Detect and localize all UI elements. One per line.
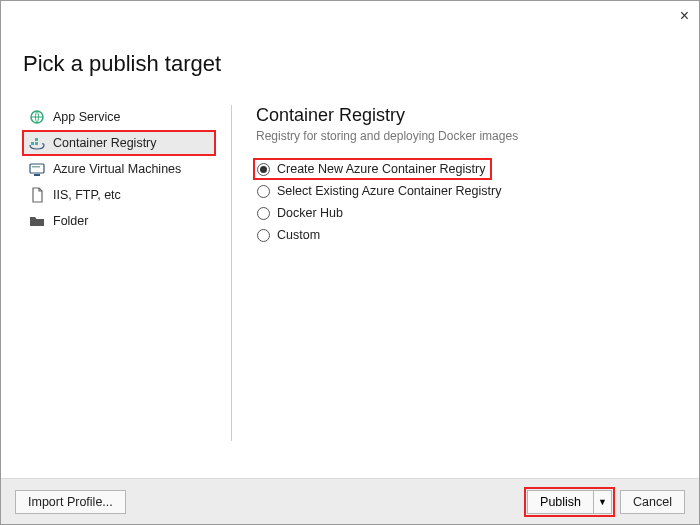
- main-panel: Container Registry Registry for storing …: [256, 105, 677, 441]
- footer: Import Profile... Publish ▼ Cancel: [1, 478, 699, 524]
- dialog-title: Pick a publish target: [1, 1, 699, 105]
- container-registry-icon: [29, 135, 45, 151]
- sidebar-item-container-registry[interactable]: Container Registry: [23, 131, 215, 155]
- sidebar-item-label: Container Registry: [53, 136, 157, 150]
- vertical-divider: [231, 105, 232, 441]
- radio-label: Docker Hub: [277, 206, 343, 220]
- document-icon: [29, 187, 45, 203]
- publish-dropdown-button[interactable]: ▼: [594, 490, 612, 514]
- close-icon[interactable]: ×: [680, 7, 689, 25]
- radio-custom[interactable]: Custom: [256, 227, 324, 243]
- folder-icon: [29, 213, 45, 229]
- sidebar-item-label: Folder: [53, 214, 88, 228]
- radio-label: Create New Azure Container Registry: [277, 162, 485, 176]
- radio-select-existing[interactable]: Select Existing Azure Container Registry: [256, 183, 505, 199]
- radio-icon: [257, 229, 270, 242]
- radio-docker-hub[interactable]: Docker Hub: [256, 205, 347, 221]
- chevron-down-icon: ▼: [598, 497, 607, 507]
- radio-create-new[interactable]: Create New Azure Container Registry: [256, 161, 489, 177]
- import-profile-button[interactable]: Import Profile...: [15, 490, 126, 514]
- radio-label: Select Existing Azure Container Registry: [277, 184, 501, 198]
- content-area: App Service Container Registry Azure Vir…: [1, 105, 699, 441]
- svg-rect-2: [35, 142, 38, 145]
- sidebar-item-label: Azure Virtual Machines: [53, 162, 181, 176]
- sidebar-item-iis-ftp[interactable]: IIS, FTP, etc: [23, 183, 215, 207]
- svg-rect-5: [34, 174, 40, 176]
- sidebar-item-azure-vm[interactable]: Azure Virtual Machines: [23, 157, 215, 181]
- virtual-machine-icon: [29, 161, 45, 177]
- publish-split-button: Publish ▼: [527, 490, 612, 514]
- radio-icon: [257, 185, 270, 198]
- main-heading: Container Registry: [256, 105, 677, 126]
- publish-button[interactable]: Publish: [527, 490, 594, 514]
- radio-icon: [257, 163, 270, 176]
- sidebar: App Service Container Registry Azure Vir…: [23, 105, 215, 441]
- sidebar-item-app-service[interactable]: App Service: [23, 105, 215, 129]
- radio-icon: [257, 207, 270, 220]
- svg-rect-1: [31, 142, 34, 145]
- svg-rect-4: [30, 164, 44, 173]
- radio-label: Custom: [277, 228, 320, 242]
- cancel-button[interactable]: Cancel: [620, 490, 685, 514]
- sidebar-item-folder[interactable]: Folder: [23, 209, 215, 233]
- app-service-icon: [29, 109, 45, 125]
- sidebar-item-label: IIS, FTP, etc: [53, 188, 121, 202]
- sidebar-item-label: App Service: [53, 110, 120, 124]
- main-subheading: Registry for storing and deploying Docke…: [256, 129, 677, 143]
- svg-rect-6: [32, 166, 40, 168]
- svg-rect-3: [35, 138, 38, 141]
